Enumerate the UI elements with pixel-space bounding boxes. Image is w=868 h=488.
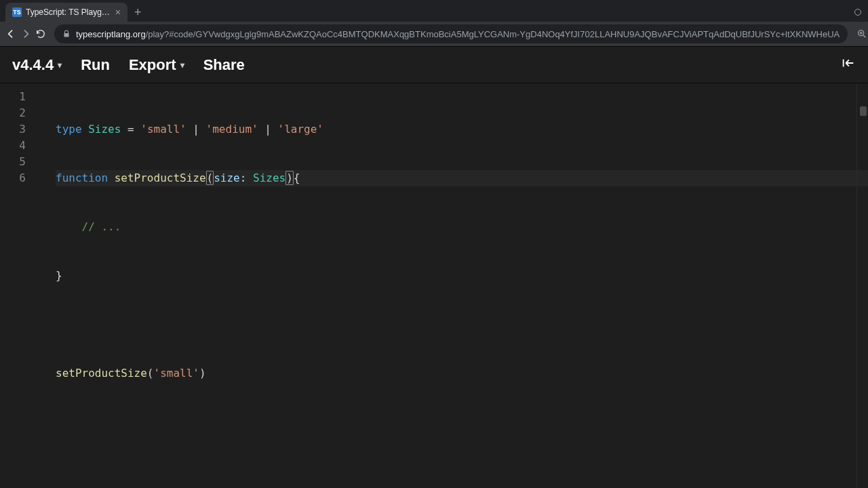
playground-app: v4.4.4 ▾ Run Export ▾ Share 1 2 3 4 5 6 … xyxy=(0,46,868,488)
tab-title: TypeScript: TS Playground - A xyxy=(26,7,111,17)
chevron-down-icon: ▾ xyxy=(180,60,184,70)
back-button[interactable] xyxy=(5,26,16,42)
scrollbar-thumb[interactable] xyxy=(860,106,867,116)
line-number: 5 xyxy=(0,154,38,170)
new-tab-button[interactable]: + xyxy=(127,3,149,22)
line-number-gutter: 1 2 3 4 5 6 xyxy=(0,83,38,488)
tab-strip-right xyxy=(854,3,868,22)
playground-menubar: v4.4.4 ▾ Run Export ▾ Share xyxy=(0,47,868,83)
reload-button[interactable] xyxy=(35,26,46,42)
line-number: 1 xyxy=(0,89,38,105)
zoom-icon[interactable] xyxy=(856,28,868,40)
favicon-ts-icon: TS xyxy=(12,7,22,17)
tab-close-icon[interactable]: × xyxy=(115,7,121,18)
version-dropdown[interactable]: v4.4.4 ▾ xyxy=(12,56,62,74)
line-number: 4 xyxy=(0,138,38,154)
collapse-panel-icon[interactable] xyxy=(841,56,856,74)
line-number: 2 xyxy=(0,105,38,121)
export-label: Export xyxy=(129,56,176,74)
address-bar[interactable]: typescriptlang.org/play?#code/GYVwdgxgLg… xyxy=(54,24,848,43)
url-text: typescriptlang.org/play?#code/GYVwdgxgLg… xyxy=(76,29,840,39)
share-button[interactable]: Share xyxy=(203,56,245,74)
browser-chrome: TS TypeScript: TS Playground - A × + typ… xyxy=(0,0,868,46)
vertical-scrollbar[interactable] xyxy=(857,85,867,488)
window-control-icon[interactable] xyxy=(854,9,861,16)
code-line[interactable] xyxy=(56,317,868,333)
tab-strip: TS TypeScript: TS Playground - A × + xyxy=(0,0,868,22)
chevron-down-icon: ▾ xyxy=(58,60,62,70)
code-line[interactable]: function setProductSize(size: Sizes){ xyxy=(56,170,868,186)
code-line[interactable]: } xyxy=(56,268,868,284)
code-line[interactable]: // ... xyxy=(56,219,868,235)
run-button[interactable]: Run xyxy=(81,56,110,74)
lock-icon xyxy=(62,30,71,38)
code-line[interactable]: setProductSize('small') xyxy=(56,365,868,382)
line-number: 3 xyxy=(0,121,38,138)
toolbar-right: ◉ D ⋮ xyxy=(856,28,868,40)
forward-button[interactable] xyxy=(20,26,31,42)
browser-tab[interactable]: TS TypeScript: TS Playground - A × xyxy=(5,3,127,22)
browser-toolbar: typescriptlang.org/play?#code/GYVwdgxgLg… xyxy=(0,22,868,46)
export-dropdown[interactable]: Export ▾ xyxy=(129,56,184,74)
editor[interactable]: 1 2 3 4 5 6 type Sizes = 'small' | 'medi… xyxy=(0,83,868,488)
version-label: v4.4.4 xyxy=(12,56,54,74)
line-number: 6 xyxy=(0,170,38,186)
code-line[interactable]: type Sizes = 'small' | 'medium' | 'large… xyxy=(56,121,868,138)
code-area[interactable]: type Sizes = 'small' | 'medium' | 'large… xyxy=(38,83,868,488)
